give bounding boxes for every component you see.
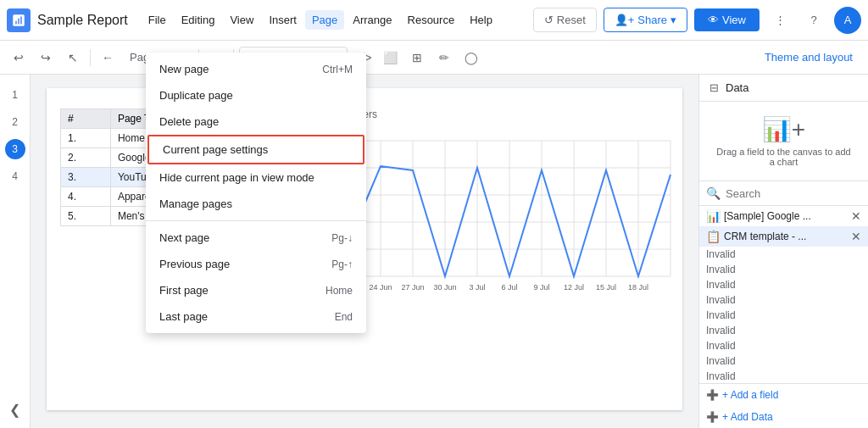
dropdown-divider	[146, 220, 366, 221]
data-panel-title: Data	[726, 81, 748, 94]
expand-left-panel-button[interactable]: ❮	[6, 398, 24, 421]
toolbar: ↩ ↪ ↖ ← Page 3 of 4 ⊞ ≡+ Add a control ▾…	[0, 41, 868, 75]
dropdown-current-page-settings[interactable]: Current page settings	[147, 135, 364, 164]
theme-layout-button[interactable]: Theme and layout	[756, 47, 861, 67]
line-chart: 0 500 1K 1.5K 2K 2.5K 21 Jun 24 Jun 27 J…	[314, 124, 679, 310]
fields-list: Invalid Invalid Invalid Invalid Invalid …	[699, 247, 868, 383]
more-options-button[interactable]: ⋮	[766, 7, 793, 34]
page-num-4[interactable]: 4	[5, 166, 25, 186]
svg-rect-3	[20, 16, 22, 24]
avatar[interactable]: A	[834, 7, 861, 34]
chart-add-area: 📊+ Drag a field to the canvas to add a c…	[699, 102, 868, 181]
invalid-field: Invalid	[699, 308, 868, 323]
invalid-field: Invalid	[699, 247, 868, 262]
eye-icon: 👁	[708, 14, 719, 26]
menu-arrange[interactable]: Arrange	[346, 10, 398, 30]
dropdown-manage-pages[interactable]: Manage pages	[146, 191, 366, 217]
add-field-button[interactable]: ➕ + Add a field	[699, 384, 868, 406]
data-panel-table-icon: ⊟	[709, 81, 719, 94]
svg-text:3 Jul: 3 Jul	[469, 283, 485, 292]
dropdown-duplicate-page[interactable]: Duplicate page	[146, 82, 366, 108]
invalid-field: Invalid	[699, 353, 868, 369]
dropdown-delete-page[interactable]: Delete page	[146, 108, 366, 135]
back-button[interactable]: ←	[96, 46, 120, 69]
invalid-field: Invalid	[699, 338, 868, 353]
chart-title: — New Users	[314, 108, 679, 120]
menu-view[interactable]: View	[223, 10, 260, 30]
view-button[interactable]: 👁 View	[694, 8, 760, 31]
app-icon	[7, 8, 31, 32]
svg-text:9 Jul: 9 Jul	[533, 283, 549, 292]
invalid-field: Invalid	[699, 323, 868, 338]
menu-page[interactable]: Page	[305, 10, 344, 30]
dropdown-prev-page[interactable]: Previous page Pg-↑	[146, 251, 366, 277]
undo-button[interactable]: ↩	[7, 46, 31, 69]
help-button[interactable]: ?	[800, 7, 827, 34]
svg-rect-1	[15, 20, 17, 24]
share-icon: 👤+	[615, 14, 635, 26]
svg-text:15 Jul: 15 Jul	[596, 283, 616, 292]
redo-button[interactable]: ↪	[34, 46, 58, 69]
dropdown-new-page[interactable]: New page Ctrl+M	[146, 56, 366, 82]
toolbar-divider-1	[90, 49, 91, 66]
right-panel-footer: ➕ + Add a field ➕ + Add Data	[699, 383, 868, 428]
data-source-name-2: CRM template - ...	[724, 231, 806, 242]
table-col-num: #	[61, 109, 111, 129]
add-chart-icon: 📊+	[762, 115, 805, 143]
shape-button[interactable]: ◯	[459, 46, 483, 69]
close-source-1-button[interactable]: ✕	[851, 209, 861, 223]
svg-text:24 Jun: 24 Jun	[369, 283, 392, 292]
menu-help[interactable]: Help	[463, 10, 499, 30]
topbar: Sample Report File Editing View Insert P…	[0, 0, 868, 41]
page-num-3[interactable]: 3	[5, 139, 25, 159]
right-panel: ⊟ Data 📊+ Drag a field to the canvas to …	[698, 75, 868, 428]
svg-text:6 Jul: 6 Jul	[501, 283, 517, 292]
menu-editing[interactable]: Editing	[175, 10, 222, 30]
chart-add-text: Drag a field to the canvas to add a char…	[713, 147, 854, 167]
svg-text:18 Jul: 18 Jul	[628, 283, 648, 292]
page-dropdown-menu: New page Ctrl+M Duplicate page Delete pa…	[146, 53, 366, 333]
table-button[interactable]: ⊞	[405, 46, 429, 69]
search-box: 🔍	[699, 181, 868, 206]
add-field-icon: ➕	[706, 389, 719, 401]
dropdown-next-page[interactable]: Next page Pg-↓	[146, 225, 366, 251]
invalid-field: Invalid	[699, 292, 868, 308]
menu-bar: File Editing View Insert Page Arrange Re…	[142, 10, 499, 30]
dropdown-first-page[interactable]: First page Home	[146, 277, 366, 303]
draw-button[interactable]: ✏	[432, 46, 456, 69]
close-source-2-button[interactable]: ✕	[851, 230, 861, 243]
page-num-1[interactable]: 1	[5, 85, 25, 105]
svg-rect-2	[18, 18, 19, 24]
data-source-name-1: [Sample] Google ...	[724, 210, 811, 222]
svg-text:12 Jul: 12 Jul	[564, 283, 584, 292]
page-num-2[interactable]: 2	[5, 112, 25, 132]
dropdown-last-page[interactable]: Last page End	[146, 303, 366, 330]
reset-button[interactable]: ↺ Reset	[533, 8, 597, 32]
data-source-google: 📊 [Sample] Google ... ✕	[699, 206, 868, 226]
invalid-field: Invalid	[699, 369, 868, 383]
svg-text:27 Jun: 27 Jun	[401, 283, 424, 292]
svg-text:30 Jun: 30 Jun	[433, 283, 456, 292]
bar-chart-icon: 📊	[706, 209, 721, 223]
menu-insert[interactable]: Insert	[262, 10, 303, 30]
invalid-field: Invalid	[699, 277, 868, 292]
menu-file[interactable]: File	[142, 10, 173, 30]
chart-container: — New Users	[314, 108, 679, 313]
left-panel: 1 2 3 4 ❮	[0, 75, 31, 428]
image-button[interactable]: ⬜	[378, 46, 402, 69]
data-source-crm: 📋 CRM template - ... ✕	[699, 226, 868, 247]
dropdown-hide-page[interactable]: Hide current page in view mode	[146, 164, 366, 191]
search-input[interactable]	[726, 187, 861, 200]
select-tool-button[interactable]: ↖	[61, 46, 85, 69]
search-icon: 🔍	[706, 186, 721, 200]
invalid-field: Invalid	[699, 262, 868, 277]
share-button[interactable]: 👤+ Share ▾	[604, 8, 687, 32]
menu-resource[interactable]: Resource	[401, 10, 462, 30]
chevron-down-icon: ▾	[670, 14, 676, 26]
main-content: 1 2 3 4 ❮ # Page Title	[0, 75, 868, 428]
reset-icon: ↺	[544, 14, 554, 26]
add-data-icon: ➕	[706, 411, 719, 423]
sheet-icon: 📋	[706, 230, 721, 243]
add-data-button[interactable]: ➕ + Add Data	[699, 406, 868, 428]
topbar-right: ↺ Reset 👤+ Share ▾ 👁 View ⋮ ? A	[533, 7, 861, 34]
